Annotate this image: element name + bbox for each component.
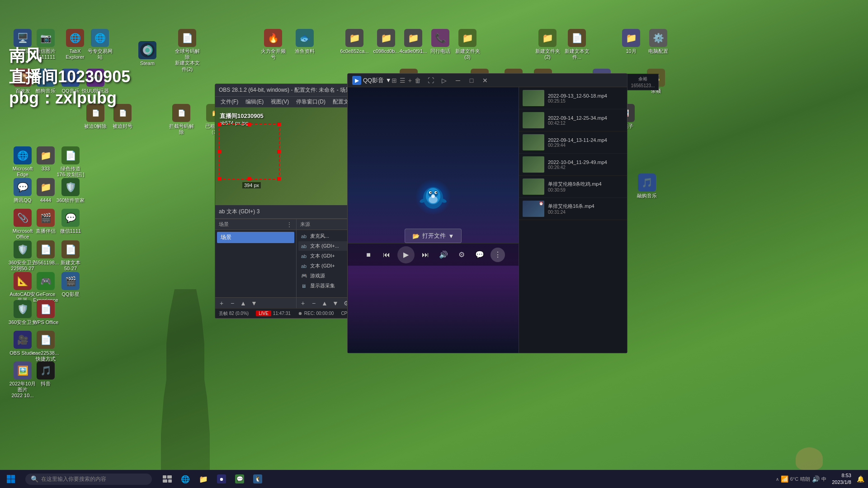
qq-playlist-item-1[interactable]: 2022-09-13_12-50-18.mp4 00:25:15 [519,87,627,109]
handle-bm [248,177,251,181]
qq-add-icon[interactable]: + [408,77,412,84]
qq-more-btn[interactable]: ⋮ [491,248,505,262]
obs-scenes-remove[interactable]: − [228,299,237,308]
icon-绿色传道[interactable]: 📄 绿色传道176-攻划[云] [54,145,87,179]
obs-scenes-menu-icon[interactable]: ⋮ [286,221,292,228]
qq-play-btn[interactable]: ▶ [397,246,415,263]
obs-scene-item[interactable]: 场景 [217,232,294,243]
qq-playlist-item-3[interactable]: 2022-09-14_13-11-24.mp4 00:29:44 [519,131,627,154]
icon-新建文件夹2[interactable]: 📁 新建文件夹(2) [531,27,564,62]
qq-pip-btn[interactable]: ▷ [438,75,451,86]
playlist-info-2: 2022-09-14_12-25-34.mp4 00:42:12 [548,115,623,126]
playlist-info-4: 2022-10-04_11-29-49.mp4 00:26:42 [548,160,623,170]
qq-logo-svg [420,183,447,211]
icon-微信1111[interactable]: 💬 微信1111 [54,207,87,236]
obs-live-status: LIVE 11:47:31 [256,310,291,316]
playlist-info-5: 单排艾伦格9杀吃鸡.mp4 00:30:59 [548,181,623,192]
qq-stop-btn[interactable]: ■ [361,248,376,262]
qq-open-file-btn[interactable]: 📂 打开文件 ▼ [405,229,462,243]
taskbar-weixin-icon[interactable]: 💬 [231,471,248,487]
obs-sources-remove[interactable]: − [309,299,318,308]
system-clock[interactable]: 8:53 2023/1/8 [828,472,855,486]
icon-火力全开[interactable]: 🔥 火力全开频号 [257,27,289,62]
ime-icon[interactable]: 中 [821,476,826,483]
qq-maximize-btn[interactable]: □ [465,75,478,86]
obs-scenes-add[interactable]: + [217,299,226,308]
qq-toolbar-icons: ⊞ ☰ + 🗑 [392,77,421,84]
qq-next-btn[interactable]: ⏭ [418,248,433,262]
qq-player-window: ▶ QQ影音 ▼ ⊞ ☰ + 🗑 ⛶ ▷ ─ □ ✕ [347,73,627,353]
dropdown-arrow: ▼ [448,233,454,239]
qq-window-controls: ⛶ ▷ ─ □ ✕ [425,75,491,86]
obs-sources-up[interactable]: ▲ [320,299,329,308]
qq-titlebar[interactable]: ▶ QQ影音 ▼ ⊞ ☰ + 🗑 ⛶ ▷ ─ □ ✕ [348,74,627,87]
obs-scenes-up[interactable]: ▲ [239,299,248,308]
icon-6c0e[interactable]: 📁 6c0e852ca... [338,27,371,56]
obs-menu-view[interactable]: 视图(V) [267,97,292,107]
taskbar-qq-icon[interactable]: 🐧 [250,471,266,487]
icon-新建文件夹3[interactable]: 📁 新建文件夹(3) [451,27,484,62]
qq-playlist-item-4[interactable]: 2022-10-04_11-29-49.mp4 00:26:42 [519,154,627,176]
icon-WPS[interactable]: 📄 WPS Office [29,298,62,327]
source-text-icon4: ab [301,263,310,269]
obs-sources-add[interactable]: + [298,299,307,308]
qq-playlist-item-5[interactable]: 单排艾伦格9杀吃鸡.mp4 00:30:59 [519,176,627,198]
icon-新建文本2[interactable]: 📄 新建文本文件... [561,27,593,62]
obs-sources-down[interactable]: ▼ [331,299,340,308]
network-icon[interactable]: 📶 [781,475,788,483]
obs-scenes-title: 场景 [219,221,284,228]
taskbar-view-btn[interactable] [159,471,175,487]
qq-trash-icon[interactable]: 🗑 [415,77,421,84]
icon-抖音[interactable]: 🎵 抖音 [29,360,62,389]
rec-icon: ⏺ [298,311,302,316]
taskbar-edge-icon[interactable]: 🌐 [177,471,193,487]
icon-QQ影星[interactable]: 🎬 QQ影星 [54,270,87,299]
taskbar-pinned-icons: 🌐 📁 ⏺ 💬 🐧 [159,471,266,487]
obs-scenes-down[interactable]: ▼ [250,299,259,308]
obs-scenes-toolbar: + − ▲ ▼ [215,297,296,308]
icon-渔鱼资料[interactable]: 🐟 渔鱼资料 [288,27,321,56]
qq-app-icon: ▶ [352,76,361,85]
qq-close-btn[interactable]: ✕ [479,75,491,86]
icon-拦截号码[interactable]: 📄 拦截号码解除 [165,102,198,137]
source-text-icon3: ab [301,253,310,259]
icon-全球号码[interactable]: 📄 全球号码解除新建文本文件(2) [171,27,203,74]
taskbar-explorer-icon[interactable]: 📁 [195,471,212,487]
svg-point-9 [430,192,432,193]
svg-rect-19 [163,475,166,479]
qq-volume-btn[interactable]: 🔊 [436,248,451,262]
qq-settings-btn[interactable]: ⚙ [454,248,469,262]
icon-电脑配置[interactable]: ⚙️ 电脑配置 [642,27,675,56]
obs-menu-dock[interactable]: 停靠窗口(D) [292,97,329,107]
notification-icon[interactable]: 🔔 [857,475,864,483]
tray-expand-icon[interactable]: ∧ [776,477,779,482]
taskbar-search[interactable]: 🔍 在这里输入你要搜索的内容 [25,474,152,485]
qq-list-icon[interactable]: ☰ [400,77,406,84]
icon-360软件管家[interactable]: 🛡️ 360软件管家 [54,176,87,205]
svg-point-10 [436,192,437,193]
obs-menu-file[interactable]: 文件(F) [217,97,242,107]
qq-caption-btn[interactable]: 💬 [472,248,487,262]
qq-playlist-item-6[interactable]: ⏰ 单排艾伦格16杀.mp4 00:31:24 [519,198,627,220]
icon-eae22538[interactable]: 📄 eae22538...快捷方式 [29,329,62,364]
icon-Steam[interactable]: Steam [131,39,164,68]
playlist-thumb-2 [523,112,544,128]
icon-新建文本1[interactable]: 📄 新建文本50-27 [54,239,87,273]
preview-selection-box [219,123,280,180]
obs-live-badge: LIVE [256,310,271,316]
qq-prev-btn[interactable]: ⏮ [379,248,394,262]
icon-融购音乐[interactable]: 🎵 融购音乐 [631,172,663,201]
volume-icon[interactable]: 🔊 [812,475,820,483]
qq-minimize-btn[interactable]: ─ [452,75,464,86]
qq-grid-icon[interactable]: ⊞ [392,77,397,84]
clock-time: 8:53 [832,472,851,479]
search-icon: 🔍 [31,475,38,483]
source-text-icon2: ab [301,244,310,249]
taskbar-obs-icon[interactable]: ⏺ [213,471,230,487]
start-button[interactable] [0,470,22,488]
qq-playlist-item-2[interactable]: 2022-09-14_12-25-34.mp4 00:42:12 [519,109,627,131]
qq-fullscreen-btn[interactable]: ⛶ [425,75,437,86]
obs-menu-edit[interactable]: 编辑(E) [242,97,267,107]
handle-bl [218,177,222,181]
clock-date: 2023/1/8 [832,479,851,486]
